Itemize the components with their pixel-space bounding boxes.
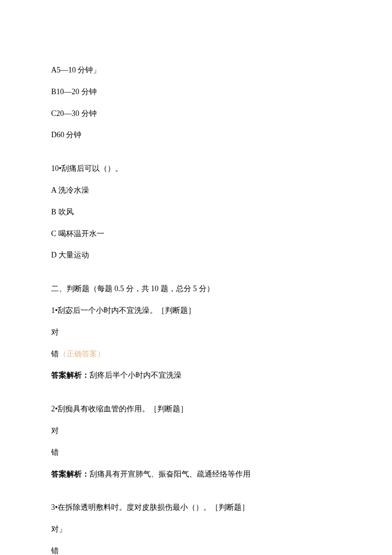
j1-true-text: 对 bbox=[51, 328, 59, 336]
j2-analysis-text: 刮痛具有开宣肺气、振奋阳气、疏通经络等作用 bbox=[89, 470, 251, 478]
j1-correct-label: （正确答案） bbox=[59, 350, 105, 358]
j2-stem-text: 2•刮痴具有收缩血管的作用。［判断题］ bbox=[51, 405, 188, 413]
q9-option-c: C20—30 分钟 bbox=[51, 107, 341, 120]
q10-stem: 10•刮痛后可以（）。 bbox=[51, 162, 341, 175]
section2-heading: 二、判断题（每题 0.5 分，共 10 题，总分 5 分） bbox=[51, 283, 341, 295]
j1-false-row: 错（正确答案） bbox=[51, 348, 341, 360]
q9-option-c-text: C20—30 分钟 bbox=[51, 109, 97, 118]
j3-true-text: 对」 bbox=[51, 525, 66, 533]
q10-option-c-text: C 喝杯温开水一 bbox=[51, 229, 104, 238]
q9-option-d: D60 分钟 bbox=[51, 129, 341, 141]
q10-option-d: D 大量运动 bbox=[51, 249, 341, 261]
j1-false-text: 错 bbox=[51, 350, 59, 358]
j2-analysis: 答案解析：刮痛具有开宣肺气、振奋阳气、疏通经络等作用 bbox=[51, 468, 341, 480]
q9-option-b-text: B10—20 分钟 bbox=[51, 87, 97, 96]
j2-analysis-label: 答案解析： bbox=[51, 470, 89, 478]
j1-analysis: 答案解析：刮疼后半个小时内不宜洗澡 bbox=[51, 369, 341, 382]
j1-stem: 1•刮宓后一个小时内不宜洗澡。［判断题］ bbox=[51, 304, 341, 317]
j2-true: 对 bbox=[51, 425, 341, 437]
j3-false-text: 错 bbox=[51, 546, 59, 555]
j3-false: 错 bbox=[51, 545, 341, 555]
j1-analysis-label: 答案解析： bbox=[51, 371, 89, 379]
q9-option-a-text: A5—10 分钟」 bbox=[51, 66, 101, 74]
q10-option-c: C 喝杯温开水一 bbox=[51, 228, 341, 240]
q10-option-a: A 洗冷水澡 bbox=[51, 184, 341, 197]
j1-stem-text: 1•刮宓后一个小时内不宜洗澡。［判断题］ bbox=[51, 306, 196, 315]
q9-option-b: B10—20 分钟 bbox=[51, 86, 341, 98]
q10-option-d-text: D 大量运动 bbox=[51, 251, 89, 259]
section2-heading-text: 二、判断题（每题 0.5 分，共 10 题，总分 5 分） bbox=[51, 284, 214, 293]
j1-analysis-text: 刮疼后半个小时内不宜洗澡 bbox=[89, 371, 182, 379]
j2-false-text: 错 bbox=[51, 448, 59, 457]
q9-option-a: A5—10 分钟」 bbox=[51, 64, 341, 76]
q10-option-a-text: A 洗冷水澡 bbox=[51, 186, 89, 194]
j3-true: 对」 bbox=[51, 523, 341, 535]
j3-stem-text: 3•在拆除透明敷料吋。度对皮肤损伤最小（）。［判断题］ bbox=[51, 503, 249, 512]
j3-stem: 3•在拆除透明敷料吋。度对皮肤损伤最小（）。［判断题］ bbox=[51, 501, 341, 514]
j2-true-text: 对 bbox=[51, 426, 59, 435]
q10-option-b-text: B 吹风 bbox=[51, 208, 74, 216]
q10-stem-text: 10•刮痛后可以（）。 bbox=[51, 164, 123, 173]
q9-option-d-text: D60 分钟 bbox=[51, 130, 82, 139]
j2-stem: 2•刮痴具有收缩血管的作用。［判断题］ bbox=[51, 403, 341, 415]
j1-true: 对 bbox=[51, 326, 341, 338]
j2-false: 错 bbox=[51, 446, 341, 459]
q10-option-b: B 吹风 bbox=[51, 206, 341, 218]
